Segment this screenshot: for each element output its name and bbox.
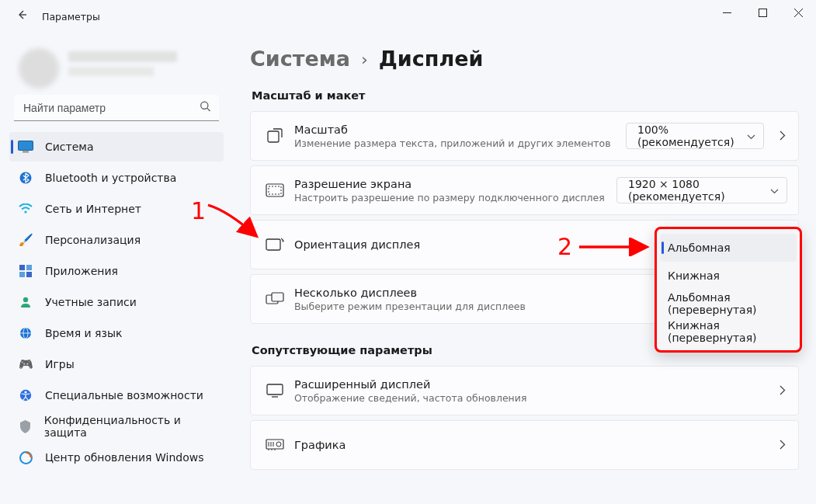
svg-rect-24 [269, 186, 281, 194]
bluetooth-icon [17, 169, 34, 186]
select-value: 100% (рекомендуется) [637, 123, 739, 148]
sidebar-item-label: Игры [45, 358, 75, 370]
minimize-icon [723, 9, 731, 17]
sidebar-item-label: Приложения [45, 265, 118, 277]
apps-icon [17, 262, 34, 280]
card-subtitle: Настроить разрешение по размеру подключе… [294, 192, 616, 203]
card-title: Масштаб [294, 123, 626, 136]
search-icon [200, 101, 211, 116]
card-title: Графика [294, 439, 772, 451]
sidebar-item-gaming[interactable]: 🎮 Игры [9, 349, 224, 379]
chevron-right-icon[interactable] [772, 438, 787, 453]
titlebar: Параметры [0, 0, 816, 33]
option-label: Книжная [668, 269, 720, 282]
svg-rect-11 [26, 265, 32, 270]
svg-rect-1 [759, 9, 766, 16]
sidebar-item-system[interactable]: Система [9, 132, 224, 162]
brush-icon: 🖌️ [17, 231, 34, 249]
orientation-option-portrait[interactable]: Книжная [660, 262, 797, 290]
option-label: Альбомная [668, 242, 731, 254]
svg-point-4 [201, 102, 208, 109]
chevron-right-icon[interactable] [772, 129, 787, 144]
sidebar-item-label: Персонализация [45, 234, 141, 246]
maximize-icon [759, 9, 767, 17]
svg-point-14 [23, 297, 28, 302]
option-label: Книжная (перевернутая) [668, 319, 789, 344]
orientation-option-portrait-flipped[interactable]: Книжная (перевернутая) [660, 318, 797, 346]
search-box[interactable] [14, 95, 219, 121]
card-advanced-display[interactable]: Расширенный дисплей Отображение сведений… [250, 366, 799, 415]
chevron-right-icon: › [361, 50, 368, 69]
option-label: Альбомная (перевернутая) [668, 291, 789, 316]
annotation-number-2: 2 [557, 233, 572, 260]
resolution-select[interactable]: 1920 × 1080 (рекомендуется) [616, 177, 787, 203]
svg-rect-7 [23, 151, 29, 153]
breadcrumb: Система › Дисплей [250, 47, 799, 71]
search-input[interactable] [14, 95, 219, 121]
gamepad-icon: 🎮 [17, 356, 34, 373]
user-icon [17, 294, 34, 311]
svg-rect-10 [19, 265, 25, 270]
globe-icon [17, 325, 34, 342]
orientation-option-landscape[interactable]: Альбомная [660, 234, 797, 262]
user-name-redacted [68, 51, 177, 62]
close-icon [794, 9, 803, 17]
scale-icon [260, 127, 290, 144]
sidebar-item-label: Система [45, 141, 93, 153]
sidebar-item-accessibility[interactable]: Специальные возможности [9, 381, 224, 410]
svg-marker-26 [283, 240, 285, 242]
select-value: 1920 × 1080 (рекомендуется) [628, 178, 762, 203]
back-button[interactable] [14, 9, 30, 24]
sidebar-item-privacy[interactable]: Конфиденциальность и защита [9, 412, 224, 441]
shield-icon [17, 418, 33, 435]
sidebar-item-personalization[interactable]: 🖌️ Персонализация [9, 225, 224, 255]
user-email-redacted [68, 67, 154, 76]
sidebar-item-windows-update[interactable]: Центр обновления Windows [9, 443, 224, 472]
card-title: Разрешение экрана [294, 178, 616, 190]
svg-rect-25 [266, 239, 280, 250]
close-button[interactable] [780, 0, 816, 25]
graphics-icon [260, 439, 290, 451]
svg-rect-13 [26, 272, 32, 277]
sidebar: Система Bluetooth и устройства Сеть и Ин… [0, 33, 233, 504]
sidebar-item-label: Bluetooth и устройства [45, 172, 176, 184]
sidebar-item-time-language[interactable]: Время и язык [9, 318, 224, 348]
avatar [19, 48, 59, 89]
window-controls [709, 0, 816, 25]
sidebar-item-accounts[interactable]: Учетные записи [9, 287, 224, 317]
card-scale[interactable]: Масштаб Изменение размера текста, прилож… [250, 111, 799, 161]
svg-rect-29 [267, 384, 283, 395]
svg-line-5 [207, 108, 210, 111]
user-profile[interactable] [14, 45, 219, 84]
sidebar-item-label: Специальные возможности [45, 389, 203, 401]
orientation-option-landscape-flipped[interactable]: Альбомная (перевернутая) [660, 290, 797, 318]
orientation-icon [260, 237, 290, 252]
sidebar-item-label: Сеть и Интернет [45, 203, 141, 215]
sidebar-item-apps[interactable]: Приложения [9, 256, 224, 286]
wifi-icon [17, 200, 34, 217]
svg-rect-6 [19, 141, 33, 151]
svg-rect-12 [19, 272, 25, 277]
orientation-dropdown[interactable]: Альбомная Книжная Альбомная (перевернута… [655, 227, 802, 353]
monitor-icon [260, 384, 290, 398]
sidebar-item-label: Время и язык [45, 327, 122, 339]
breadcrumb-parent[interactable]: Система [250, 47, 350, 71]
svg-point-19 [24, 391, 26, 393]
maximize-button[interactable] [745, 0, 780, 25]
accessibility-icon [17, 387, 34, 404]
annotation-number-1: 1 [191, 197, 206, 224]
sidebar-item-bluetooth[interactable]: Bluetooth и устройства [9, 163, 224, 193]
minimize-button[interactable] [709, 0, 745, 25]
multi-display-icon [260, 292, 290, 306]
card-subtitle: Отображение сведений, частота обновления [294, 392, 772, 404]
card-graphics[interactable]: Графика [250, 420, 799, 470]
nav-list: Система Bluetooth и устройства Сеть и Ин… [9, 132, 224, 472]
sidebar-item-label: Учетные записи [45, 296, 137, 308]
chevron-right-icon[interactable] [772, 384, 787, 398]
section-scale-layout: Масштаб и макет [252, 89, 799, 102]
svg-rect-22 [268, 131, 279, 142]
chevron-down-icon [747, 130, 755, 142]
card-resolution[interactable]: Разрешение экрана Настроить разрешение п… [250, 165, 799, 215]
display-icon [17, 138, 34, 155]
scale-select[interactable]: 100% (рекомендуется) [626, 123, 764, 149]
